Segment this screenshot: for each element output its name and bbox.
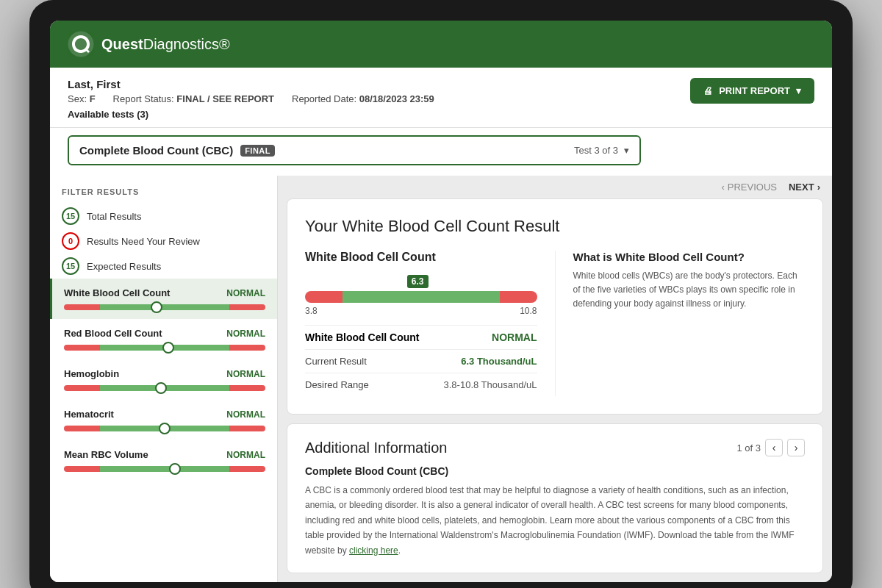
review-count-circle: 0 bbox=[62, 232, 79, 250]
hematocrit-range-bar bbox=[64, 426, 265, 431]
rbc-test-name: Red Blood Cell Count bbox=[64, 328, 162, 339]
hemoglobin-indicator bbox=[155, 382, 167, 394]
test-name: Complete Blood Count (CBC) bbox=[79, 144, 233, 157]
patient-name: Last, First bbox=[68, 78, 434, 90]
filter-title: FILTER RESULTS bbox=[50, 187, 277, 204]
mean-rbc-status: NORMAL bbox=[226, 450, 265, 460]
pagination: 1 of 3 ‹ › bbox=[736, 439, 805, 456]
hemoglobin-test-name: Hemoglobin bbox=[64, 368, 119, 379]
hemoglobin-range-bar bbox=[64, 385, 265, 391]
pagination-next-button[interactable]: › bbox=[787, 439, 805, 456]
patient-info: Last, First Sex: F Report Status: FINAL … bbox=[68, 78, 434, 120]
printer-icon: 🖨 bbox=[703, 85, 713, 96]
sidebar-item-mean-rbc[interactable]: Mean RBC Volume NORMAL bbox=[50, 440, 277, 481]
patient-meta: Sex: F Report Status: FINAL / SEE REPORT… bbox=[68, 93, 434, 104]
additional-sub-title: Complete Blood Count (CBC) bbox=[305, 465, 805, 477]
available-tests-label: Available tests (3) bbox=[68, 109, 434, 120]
desired-range-label: Desired Range bbox=[305, 379, 369, 390]
desired-range-row: Desired Range 3.8-10.8 Thousand/uL bbox=[305, 373, 537, 396]
current-result-row: Current Result 6.3 Thousand/uL bbox=[305, 349, 537, 373]
device-frame: QuestDiagnostics® Last, First Sex: F Rep… bbox=[29, 0, 853, 588]
dropdown-chevron-icon: ▾ bbox=[624, 145, 629, 156]
device-inner: QuestDiagnostics® Last, First Sex: F Rep… bbox=[50, 21, 832, 582]
wbc-test-name: White Blood Cell Count bbox=[64, 287, 170, 298]
wbc-result-title-row: White Blood Cell Count NORMAL bbox=[305, 325, 537, 349]
chevron-right-icon: › bbox=[817, 182, 820, 193]
expected-count-circle: 15 bbox=[62, 257, 79, 275]
wbc-range-low: 3.8 bbox=[305, 306, 318, 316]
app-header: QuestDiagnostics® bbox=[50, 21, 832, 68]
filter-review: 0 Results Need Your Review bbox=[50, 229, 277, 254]
additional-title: Additional Information bbox=[305, 440, 447, 456]
chevron-down-icon: ▾ bbox=[796, 85, 801, 96]
filter-total-label: Total Results bbox=[87, 211, 141, 222]
hematocrit-indicator bbox=[159, 423, 171, 434]
patient-bar: Last, First Sex: F Report Status: FINAL … bbox=[50, 68, 832, 128]
filter-total: 15 Total Results bbox=[50, 204, 277, 229]
test-dropdown[interactable]: Complete Blood Count (CBC) FINAL Test 3 … bbox=[68, 135, 641, 165]
wbc-value-label: 6.3 bbox=[407, 275, 429, 288]
chevron-left-icon: ‹ bbox=[721, 182, 724, 193]
wbc-status: NORMAL bbox=[226, 288, 265, 298]
total-count-circle: 15 bbox=[62, 207, 79, 225]
what-is-title: What is White Blood Cell Count? bbox=[573, 251, 806, 263]
hemoglobin-status: NORMAL bbox=[226, 369, 265, 379]
result-card-title: Your White Blood Cell Count Result bbox=[305, 217, 805, 236]
sex-info: Sex: F bbox=[68, 93, 96, 104]
filter-review-label: Results Need Your Review bbox=[87, 236, 200, 247]
wbc-result-status: NORMAL bbox=[492, 331, 537, 343]
print-report-button[interactable]: 🖨 PRINT REPORT ▾ bbox=[690, 78, 814, 104]
test-badge: FINAL bbox=[240, 145, 275, 157]
sidebar-item-rbc[interactable]: Red Blood Cell Count NORMAL bbox=[50, 319, 277, 359]
next-button[interactable]: NEXT › bbox=[789, 182, 820, 193]
result-left: White Blood Cell Count 6.3 3.8 10.8 bbox=[305, 251, 537, 396]
wbc-range-bar-visual bbox=[305, 291, 537, 303]
additional-header: Additional Information 1 of 3 ‹ › bbox=[305, 439, 805, 456]
wbc-range-bar bbox=[64, 304, 265, 310]
content-nav: ‹ PREVIOUS NEXT › bbox=[278, 176, 832, 198]
pagination-prev-button[interactable]: ‹ bbox=[765, 439, 783, 456]
clicking-here-link[interactable]: clicking here bbox=[349, 545, 398, 556]
test-selector-bar: Complete Blood Count (CBC) FINAL Test 3 … bbox=[50, 128, 832, 176]
content-area: ‹ PREVIOUS NEXT › Your White Blood Cell … bbox=[278, 176, 832, 582]
additional-text: A CBC is a commonly ordered blood test t… bbox=[305, 483, 805, 558]
mean-rbc-range-bar bbox=[64, 466, 265, 472]
additional-info-card: Additional Information 1 of 3 ‹ › Comple… bbox=[287, 423, 823, 573]
previous-button[interactable]: ‹ PREVIOUS bbox=[721, 182, 777, 193]
mean-rbc-test-name: Mean RBC Volume bbox=[64, 449, 148, 460]
report-status: Report Status: FINAL / SEE REPORT bbox=[113, 93, 274, 104]
report-date: Reported Date: 08/18/2023 23:59 bbox=[292, 93, 434, 104]
rbc-indicator bbox=[162, 342, 174, 354]
logo-area: QuestDiagnostics® bbox=[68, 31, 230, 57]
wbc-section-title: White Blood Cell Count bbox=[305, 251, 537, 264]
hematocrit-status: NORMAL bbox=[226, 409, 265, 420]
hematocrit-test-name: Hematocrit bbox=[64, 409, 114, 420]
current-result-label: Current Result bbox=[305, 356, 367, 367]
logo-text: QuestDiagnostics® bbox=[101, 36, 230, 53]
current-result-value: 6.3 Thousand/uL bbox=[461, 356, 537, 367]
rbc-status: NORMAL bbox=[226, 329, 265, 339]
desired-range-value: 3.8-10.8 Thousand/uL bbox=[444, 379, 537, 390]
filter-expected-label: Expected Results bbox=[87, 261, 161, 272]
mean-rbc-indicator bbox=[169, 463, 181, 475]
main-content: FILTER RESULTS 15 Total Results 0 Result… bbox=[50, 176, 832, 582]
wbc-range-labels: 3.8 10.8 bbox=[305, 306, 537, 316]
filter-expected: 15 Expected Results bbox=[50, 254, 277, 279]
what-is-text: White blood cells (WBCs) are the body's … bbox=[573, 269, 806, 312]
result-card-body: White Blood Cell Count 6.3 3.8 10.8 bbox=[305, 251, 805, 396]
rbc-range-bar bbox=[64, 345, 265, 351]
wbc-range-high: 10.8 bbox=[520, 306, 537, 316]
quest-logo-icon bbox=[68, 31, 94, 57]
wbc-bar-area: 6.3 3.8 10.8 bbox=[305, 274, 537, 316]
sidebar-item-wbc[interactable]: White Blood Cell Count NORMAL bbox=[50, 279, 277, 319]
sidebar-item-hemoglobin[interactable]: Hemoglobin NORMAL bbox=[50, 359, 277, 400]
sidebar-item-hematocrit[interactable]: Hematocrit NORMAL bbox=[50, 400, 277, 440]
test-position: Test 3 of 3 bbox=[574, 145, 618, 156]
sidebar: FILTER RESULTS 15 Total Results 0 Result… bbox=[50, 176, 278, 582]
result-card: Your White Blood Cell Count Result White… bbox=[287, 198, 823, 415]
result-right: What is White Blood Cell Count? White bl… bbox=[555, 251, 806, 396]
wbc-indicator bbox=[151, 301, 162, 313]
pagination-label: 1 of 3 bbox=[736, 442, 761, 453]
